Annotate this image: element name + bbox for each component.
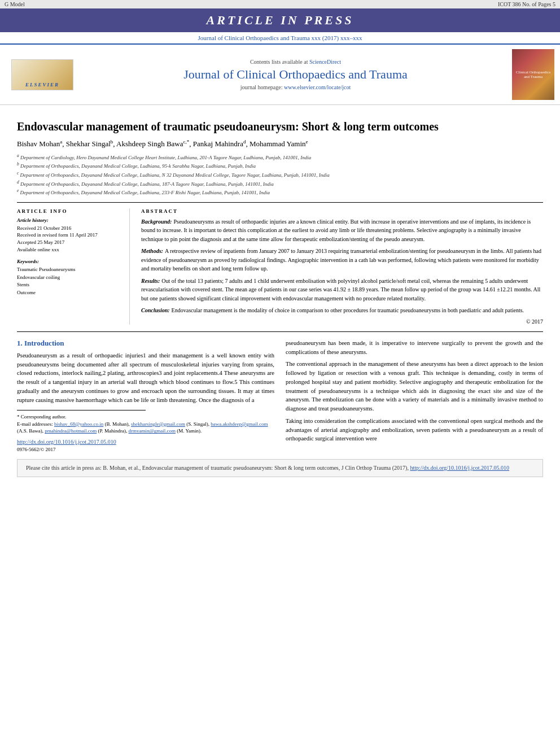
abstract-methods: Methods: A retrospective review of inpat…	[141, 247, 543, 273]
author-list: Bishav Mohana, Shekhar Singalb, Akshdeep…	[17, 139, 308, 148]
journal-homepage: journal homepage: www.elsevier.com/locat…	[85, 84, 506, 90]
affiliation-e: e Department of Orthopaedics, Dayanand M…	[17, 188, 543, 196]
keyword-1: Traumatic Pseudoaneurysms	[17, 266, 121, 274]
sciencedirect-link[interactable]: ScienceDirect	[309, 59, 341, 65]
article-in-press-banner: ARTICLE IN PRESS	[0, 8, 560, 32]
cite-label: Please cite this article in press as:	[26, 465, 102, 471]
revised-date: Received in revised form 11 April 2017	[17, 231, 121, 239]
citation-footer: Please cite this article in press as: B.…	[17, 459, 543, 477]
email-link-singal[interactable]: shekharsingle@gmail.com	[131, 421, 185, 427]
footnote-divider	[17, 410, 146, 410]
affiliation-a: a Department of Cardiology, Hero Dayanan…	[17, 153, 543, 161]
journal-top-link[interactable]: Journal of Clinical Orthopaedics and Tra…	[198, 34, 362, 41]
article-title: Endovascular management of traumatic pse…	[17, 119, 543, 134]
affiliation-c: c Department of Orthopaedics, Dayanand M…	[17, 171, 543, 179]
corresponding-note: * Corresponding author.	[17, 413, 274, 421]
journal-title-area: Contents lists available at ScienceDirec…	[85, 59, 506, 90]
doi-link: http://dx.doi.org/10.1016/j.jcot.2017.05…	[17, 438, 274, 446]
introduction-section: 1. Introduction Pseudoaneurysm as a resu…	[17, 339, 543, 453]
email-link-bawa[interactable]: bawa.akshdeep@gmail.com	[211, 421, 268, 427]
intro-body-left: Pseudoaneurysm as a result of orthopaedi…	[17, 351, 274, 405]
intro-left-col: 1. Introduction Pseudoaneurysm as a resu…	[17, 339, 274, 453]
issn-line: 0976-5662/© 2017	[17, 446, 274, 453]
email-link-mahindra[interactable]: pmahindra@hotmail.com	[45, 428, 97, 434]
accepted-date: Accepted 25 May 2017	[17, 239, 121, 246]
journal-main-title: Journal of Clinical Orthopaedics and Tra…	[85, 67, 506, 82]
abstract-col: ABSTRACT Background: Pseudoaneurysms as …	[141, 208, 543, 325]
copyright: © 2017	[141, 318, 543, 325]
email-link-yamin[interactable]: drmyamin@gmail.com	[129, 428, 176, 434]
cite-text: B. Mohan, et al., Endovascular managemen…	[103, 465, 409, 471]
keyword-2: Endovascular coiling	[17, 274, 121, 282]
homepage-link[interactable]: www.elsevier.com/locate/jcot	[284, 84, 351, 90]
abstract-conclusion: Conclusion: Endovascular management is t…	[141, 306, 543, 315]
two-col-section: ARTICLE INFO Article history: Received 2…	[17, 202, 543, 325]
journal-thumbnail: Clinical Orthopaedics and Trauma	[512, 49, 554, 100]
affiliations: a Department of Cardiology, Hero Dayanan…	[17, 153, 543, 196]
abstract-label: ABSTRACT	[141, 208, 543, 214]
section-divider	[17, 331, 543, 332]
intro-title: 1. Introduction	[17, 339, 274, 348]
intro-body-right: pseudoaneurysm has been made, it is impe…	[286, 339, 543, 443]
journal-header: Contents lists available at ScienceDirec…	[0, 43, 560, 105]
keyword-4: Outcome	[17, 289, 121, 297]
doi-anchor[interactable]: http://dx.doi.org/10.1016/j.jcot.2017.05…	[17, 439, 116, 445]
article-info-label: ARTICLE INFO	[17, 208, 121, 214]
affiliation-b: b Department of Orthopaedics, Dayanand M…	[17, 161, 543, 170]
intro-right-col: pseudoaneurysm has been made, it is impe…	[286, 339, 543, 453]
article-info-col: ARTICLE INFO Article history: Received 2…	[17, 208, 130, 325]
authors: Bishav Mohana, Shekhar Singalb, Akshdeep…	[17, 138, 543, 150]
abstract-background: Background: Pseudoaneurysms as result of…	[141, 217, 543, 244]
logo-area	[6, 59, 79, 90]
g-model-bar: G Model ICOT 386 No. of Pages 5	[0, 0, 560, 8]
keyword-3: Stents	[17, 281, 121, 289]
abstract-results: Results: Out of the total 13 patients; 7…	[141, 277, 543, 303]
affiliation-d: d Department of Orthopaedics, Dayanand M…	[17, 180, 543, 188]
keywords-label: Keywords:	[17, 259, 121, 264]
elsevier-logo	[11, 59, 73, 90]
contents-line: Contents lists available at ScienceDirec…	[85, 59, 506, 65]
available-date: Available online xxx	[17, 246, 121, 254]
journal-link-bar: Journal of Clinical Orthopaedics and Tra…	[0, 32, 560, 43]
history-label: Article history:	[17, 217, 121, 223]
main-content: Endovascular management of traumatic pse…	[0, 105, 560, 483]
cite-doi-link[interactable]: http://dx.doi.org/10.1016/j.jcot.2017.05…	[410, 465, 509, 471]
footnotes: * Corresponding author. E-mail addresses…	[17, 413, 274, 453]
email-link-mohan[interactable]: bishav_68@yahoo.co.in	[54, 421, 103, 427]
email-note: E-mail addresses: bishav_68@yahoo.co.in …	[17, 421, 274, 435]
g-model-label: G Model	[5, 1, 25, 7]
received-date: Received 21 October 2016	[17, 225, 121, 232]
icot-info: ICOT 386 No. of Pages 5	[498, 1, 555, 7]
